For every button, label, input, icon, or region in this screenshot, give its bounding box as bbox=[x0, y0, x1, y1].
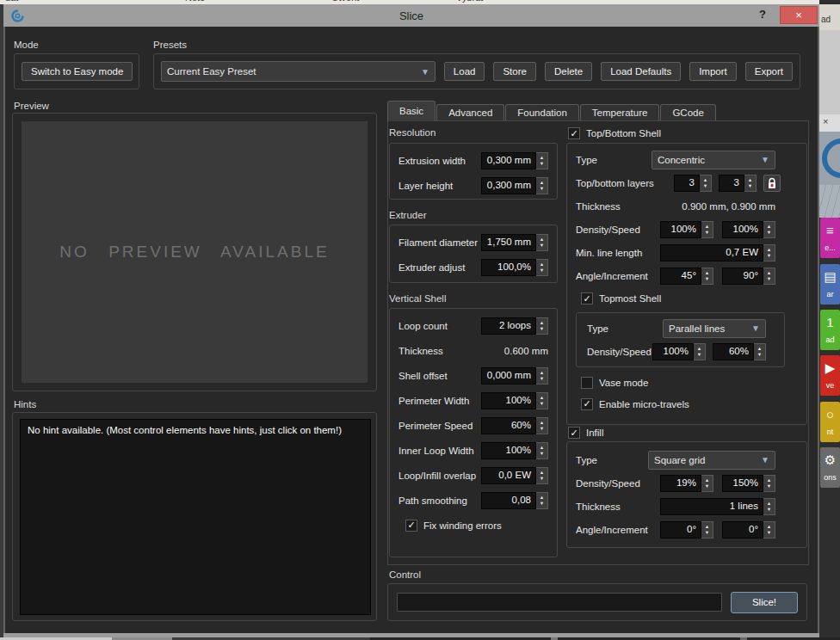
background-panel-fragment bbox=[819, 488, 840, 640]
hint-message: No hint available. (Most control element… bbox=[28, 425, 342, 435]
preview-area: NO PREVIEW AVAILABLE bbox=[22, 121, 368, 383]
presets-group: Current Easy Preset ▼ Load Store Delete … bbox=[153, 53, 800, 89]
background-close-tab[interactable]: × bbox=[819, 114, 840, 132]
background-window-right-strip: ad × ≡ e... ▤ ar 1 ad ▶ ve ○ nt ⚙ ons bbox=[819, 0, 840, 640]
no-preview-message: NO PREVIEW AVAILABLE bbox=[59, 243, 329, 262]
close-icon: × bbox=[795, 9, 802, 22]
dialog-title: Slice bbox=[3, 9, 819, 22]
background-tab-fragment: ad bbox=[819, 4, 840, 30]
switch-easy-mode-button[interactable]: Switch to Easy mode bbox=[22, 62, 133, 81]
mode-group-label: Mode bbox=[14, 40, 39, 50]
dialog-titlebar[interactable]: Slice ? × bbox=[3, 4, 819, 27]
bg-toolbar-button-6[interactable]: ⚙ ons bbox=[820, 447, 840, 488]
slice-button[interactable]: Slice! bbox=[731, 592, 798, 613]
background-text: Note bbox=[185, 0, 205, 3]
gear-icon: ⚙ bbox=[820, 447, 840, 473]
dialog-frame-bottom bbox=[3, 633, 819, 637]
control-group: Slice! bbox=[387, 583, 807, 621]
bg-toolbar-button-5[interactable]: ○ nt bbox=[820, 402, 840, 442]
bg-button-label: ons bbox=[820, 473, 840, 482]
hints-group-label: Hints bbox=[14, 399, 36, 409]
bg-button-label: ad bbox=[820, 335, 840, 344]
hints-area: No hint available. (Most control element… bbox=[20, 419, 371, 615]
load-defaults-button[interactable]: Load Defaults bbox=[601, 62, 681, 81]
store-button[interactable]: Store bbox=[493, 62, 536, 81]
help-button[interactable]: ? bbox=[759, 8, 766, 21]
import-button[interactable]: Import bbox=[689, 62, 737, 81]
mode-group: Switch to Easy mode bbox=[14, 53, 139, 89]
presets-group-label: Presets bbox=[153, 40, 187, 50]
tab-foundation[interactable]: Foundation bbox=[505, 104, 579, 121]
background-grid bbox=[819, 185, 840, 218]
slice-progress-bar bbox=[397, 593, 722, 612]
basic-tab-pane bbox=[387, 120, 809, 565]
bg-toolbar-button-1[interactable]: ≡ e... bbox=[820, 218, 840, 258]
bg-toolbar-button-4[interactable]: ▶ ve bbox=[820, 355, 840, 396]
background-logo-arc bbox=[822, 138, 840, 178]
bg-toolbar-button-3[interactable]: 1 ad bbox=[820, 310, 840, 350]
tab-gcode[interactable]: GCode bbox=[660, 104, 715, 121]
tab-basic[interactable]: Basic bbox=[387, 101, 435, 121]
circle-icon: ○ bbox=[820, 402, 840, 428]
bg-button-label: ve bbox=[820, 381, 840, 390]
preview-group-label: Preview bbox=[14, 101, 49, 111]
folder-icon: ▤ bbox=[820, 264, 840, 290]
control-group-label: Control bbox=[389, 569, 421, 580]
close-button[interactable]: × bbox=[780, 6, 818, 24]
screen: dat Note Otvorit Vybrat ad × ≡ e... ▤ ar… bbox=[0, 0, 840, 640]
preset-select-value: Current Easy Preset bbox=[167, 66, 256, 77]
chevron-down-icon: ▼ bbox=[421, 67, 429, 77]
preset-select[interactable]: Current Easy Preset ▼ bbox=[161, 61, 435, 82]
delete-button[interactable]: Delete bbox=[545, 62, 592, 81]
bg-button-label: e... bbox=[820, 243, 840, 252]
bg-button-label: ar bbox=[820, 290, 840, 298]
tab-temperature[interactable]: Temperature bbox=[580, 104, 660, 121]
background-text: Otvorit bbox=[331, 0, 359, 3]
bg-button-label: nt bbox=[820, 428, 840, 436]
settings-tabs: Basic Advanced Foundation Temperature GC… bbox=[387, 101, 717, 121]
load-button[interactable]: Load bbox=[444, 62, 485, 81]
play-icon: ▶ bbox=[820, 355, 840, 381]
hints-group: No hint available. (Most control element… bbox=[12, 412, 377, 621]
background-text: Vybrat bbox=[456, 0, 483, 3]
export-button[interactable]: Export bbox=[745, 62, 793, 81]
bg-toolbar-button-2[interactable]: ▤ ar bbox=[820, 264, 840, 305]
background-toolbar-fragment bbox=[819, 30, 840, 114]
menu-lines-icon: ≡ bbox=[820, 218, 840, 243]
preview-group: NO PREVIEW AVAILABLE bbox=[12, 113, 377, 391]
digit-1-icon: 1 bbox=[820, 310, 840, 335]
background-viewport-fragment bbox=[819, 132, 840, 218]
tab-advanced[interactable]: Advanced bbox=[436, 104, 504, 121]
background-text: dat bbox=[5, 0, 18, 3]
